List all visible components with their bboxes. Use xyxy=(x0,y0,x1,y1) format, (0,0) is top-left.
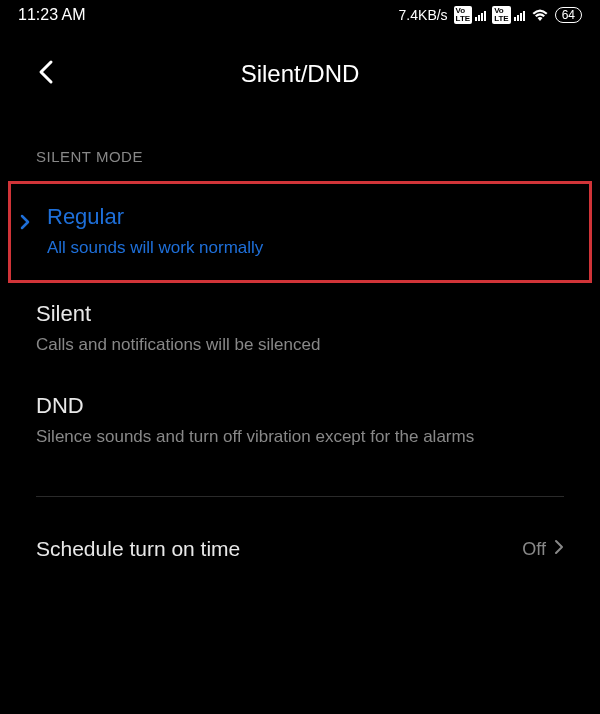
option-regular-title: Regular xyxy=(47,204,561,230)
chevron-right-icon xyxy=(19,214,31,234)
section-label: SILENT MODE xyxy=(0,108,600,181)
option-dnd-sub: Silence sounds and turn off vibration ex… xyxy=(36,425,564,449)
schedule-value: Off xyxy=(522,539,546,560)
option-silent[interactable]: Silent Calls and notifications will be s… xyxy=(0,283,600,375)
header: Silent/DND xyxy=(0,30,600,108)
schedule-row[interactable]: Schedule turn on time Off xyxy=(0,497,600,571)
page-title: Silent/DND xyxy=(36,60,564,88)
sim2-group: VoLTE xyxy=(492,6,525,24)
volte-badge-2: VoLTE xyxy=(492,6,511,24)
wifi-icon xyxy=(531,8,549,22)
option-dnd-title: DND xyxy=(36,393,564,419)
back-button[interactable] xyxy=(36,58,56,90)
schedule-title: Schedule turn on time xyxy=(36,537,240,561)
status-speed: 7.4KB/s xyxy=(399,7,448,23)
option-regular-sub: All sounds will work normally xyxy=(47,236,561,260)
signal-bars-icon-1 xyxy=(475,9,486,21)
status-bar: 11:23 AM 7.4KB/s VoLTE VoLTE 64 xyxy=(0,0,600,30)
chevron-right-icon xyxy=(554,539,564,560)
option-regular[interactable]: Regular All sounds will work normally xyxy=(8,181,592,283)
signal-bars-icon-2 xyxy=(514,9,525,21)
sim1-group: VoLTE xyxy=(454,6,487,24)
option-silent-sub: Calls and notifications will be silenced xyxy=(36,333,564,357)
schedule-value-group: Off xyxy=(522,539,564,560)
battery-level: 64 xyxy=(555,7,582,23)
volte-badge-1: VoLTE xyxy=(454,6,473,24)
status-right: 7.4KB/s VoLTE VoLTE 64 xyxy=(399,6,582,24)
option-dnd[interactable]: DND Silence sounds and turn off vibratio… xyxy=(0,375,600,467)
option-silent-title: Silent xyxy=(36,301,564,327)
status-time: 11:23 AM xyxy=(18,6,86,24)
